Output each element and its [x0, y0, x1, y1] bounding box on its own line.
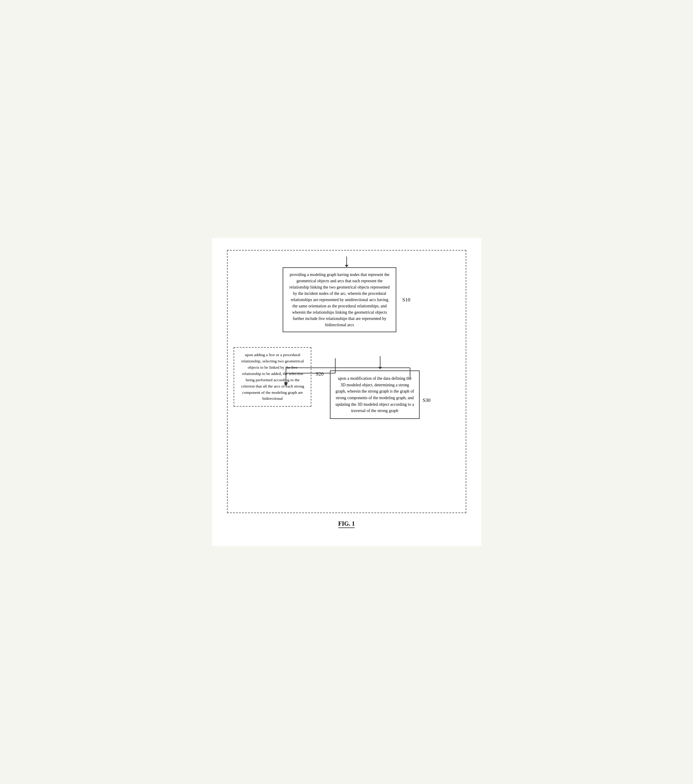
arrow-head-right [378, 367, 382, 369]
bottom-left: upon adding a live or a procedural relat… [234, 338, 324, 419]
s10-label: S10 [402, 297, 410, 303]
diagram-wrapper: providing a modeling graph having nodes … [234, 257, 460, 419]
s30-label: S30 [422, 397, 431, 404]
arrow-head-top [345, 265, 348, 267]
page: providing a modeling graph having nodes … [212, 238, 481, 546]
left-box-text: upon adding a live or a procedural relat… [241, 352, 304, 401]
bottom-right: upon a modification of the data defining… [324, 338, 460, 419]
fig-caption: FIG. 1 [227, 520, 466, 528]
left-box: upon adding a live or a procedural relat… [234, 347, 311, 407]
right-box: upon a modification of the data defining… [330, 371, 420, 419]
top-box: providing a modeling graph having nodes … [283, 267, 396, 332]
arrow-line-right [380, 356, 380, 367]
top-incoming-arrow [345, 257, 348, 267]
top-section: providing a modeling graph having nodes … [234, 257, 460, 332]
top-box-row: providing a modeling graph having nodes … [283, 267, 410, 332]
fig-caption-text: FIG. 1 [338, 520, 355, 528]
s20-label: S20 [315, 371, 323, 377]
right-box-text: upon a modification of the data defining… [336, 376, 414, 413]
top-box-text: providing a modeling graph having nodes … [290, 272, 390, 327]
right-branch-arrow [378, 356, 382, 369]
outer-border: providing a modeling graph having nodes … [227, 250, 466, 513]
bottom-section: upon adding a live or a procedural relat… [234, 338, 460, 419]
arrow-line-top [346, 257, 347, 265]
